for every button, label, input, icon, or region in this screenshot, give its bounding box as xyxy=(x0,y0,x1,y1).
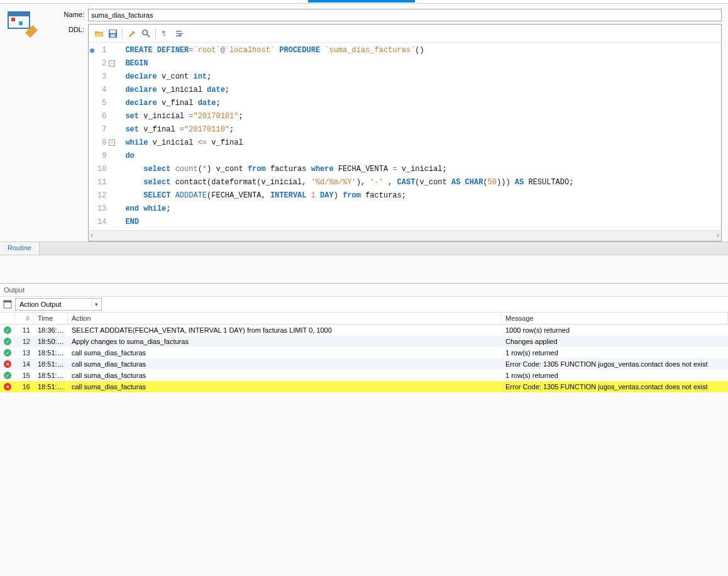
procedure-icon xyxy=(3,9,59,241)
ddl-editor: ¶ 12−345678−91011121314 CREATE DEFINER=`… xyxy=(88,24,722,241)
gutter: 12−345678−91011121314 xyxy=(89,43,111,230)
tab-routine[interactable]: Routine xyxy=(0,242,40,255)
col-message[interactable]: Message xyxy=(502,313,728,324)
status-ok-icon: ✓ xyxy=(4,372,11,379)
wrap-icon[interactable] xyxy=(173,27,185,40)
output-row[interactable]: ✕1418:51:12call suma_dias_facturasError … xyxy=(0,358,728,370)
combo-label: Action Output xyxy=(16,299,91,309)
output-grid-body: ✓1118:36:55SELECT ADDDATE(FECHA_VENTA, I… xyxy=(0,324,728,392)
layout-icon[interactable] xyxy=(3,299,13,309)
output-row[interactable]: ✓1118:36:55SELECT ADDDATE(FECHA_VENTA, I… xyxy=(0,324,728,336)
code-area[interactable]: 12−345678−91011121314 CREATE DEFINER=`ro… xyxy=(89,43,721,230)
h-scrollbar[interactable] xyxy=(89,230,721,241)
editor-toolbar: ¶ xyxy=(89,25,721,43)
svg-rect-1 xyxy=(109,30,115,33)
svg-rect-6 xyxy=(4,301,11,302)
svg-rect-2 xyxy=(110,34,115,37)
svg-point-3 xyxy=(142,30,147,35)
col-action[interactable]: Action xyxy=(68,313,502,324)
svg-text:¶: ¶ xyxy=(162,30,165,37)
status-error-icon: ✕ xyxy=(4,383,11,390)
name-input[interactable] xyxy=(88,9,722,21)
output-row[interactable]: ✕1618:51:23call suma_dias_facturasError … xyxy=(0,381,728,392)
status-ok-icon: ✓ xyxy=(4,338,11,345)
col-num[interactable]: # xyxy=(15,313,34,324)
col-time[interactable]: Time xyxy=(34,313,68,324)
tab-indicator xyxy=(0,0,728,4)
name-label: Name: xyxy=(59,9,84,18)
ddl-label: DDL: xyxy=(59,24,84,33)
spacer xyxy=(0,255,728,283)
search-icon[interactable] xyxy=(140,27,152,40)
open-file-icon[interactable] xyxy=(92,27,105,40)
output-type-combo[interactable]: Action Output ▾ xyxy=(15,298,102,311)
status-ok-icon: ✓ xyxy=(4,349,11,357)
broom-icon[interactable] xyxy=(126,27,138,40)
invisible-chars-icon[interactable]: ¶ xyxy=(159,27,172,40)
output-title: Output xyxy=(0,284,728,297)
output-row[interactable]: ✓1518:51:22call suma_dias_facturas1 row(… xyxy=(0,370,728,381)
bottom-tabs: Routine xyxy=(0,241,728,255)
output-row[interactable]: ✓1218:50:32Apply changes to suma_dias_fa… xyxy=(0,336,728,347)
save-icon[interactable] xyxy=(106,27,119,40)
output-row[interactable]: ✓1318:51:12call suma_dias_facturas1 row(… xyxy=(0,347,728,358)
output-grid-header: # Time Action Message xyxy=(0,313,728,324)
status-ok-icon: ✓ xyxy=(4,326,11,334)
status-error-icon: ✕ xyxy=(4,360,11,368)
chevron-down-icon: ▾ xyxy=(91,301,101,307)
